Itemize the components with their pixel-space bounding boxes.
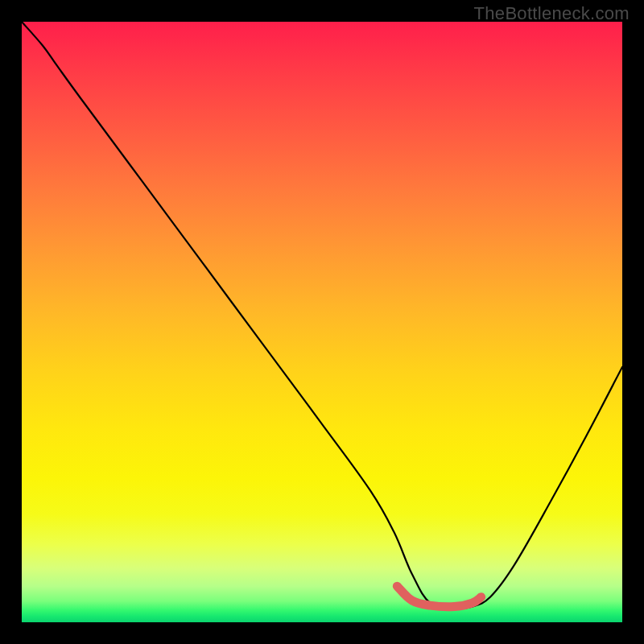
chart-plot-area [22, 22, 622, 622]
watermark-text: TheBottleneck.com [474, 3, 630, 24]
highlight-segment [397, 586, 481, 607]
curve-line [22, 22, 622, 609]
chart-overlay [22, 22, 622, 622]
